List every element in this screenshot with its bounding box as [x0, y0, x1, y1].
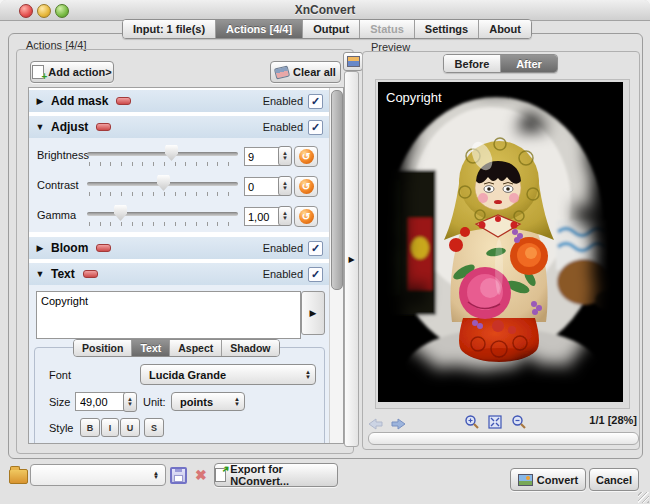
action-row-text[interactable]: ▼ Text Enabled ✓ — [29, 263, 329, 285]
progress-bar — [368, 432, 639, 445]
action-row-bloom[interactable]: ▶ Bloom Enabled ✓ — [29, 237, 329, 259]
action-list-scrollbar[interactable] — [329, 88, 343, 443]
preview-toggle-button[interactable] — [343, 52, 363, 71]
contrast-reset-button[interactable]: ↺ — [294, 176, 318, 197]
tab-input[interactable]: Input: 1 file(s) — [123, 20, 216, 38]
contrast-value-field[interactable] — [244, 177, 282, 196]
preview-image-frame: Copyright — [375, 79, 630, 409]
enabled-checkbox[interactable]: ✓ — [308, 94, 323, 109]
brightness-stepper[interactable]: ▲▼ — [278, 146, 292, 166]
tab-output[interactable]: Output — [303, 20, 360, 38]
unit-select[interactable]: points ▲▼ — [171, 392, 245, 411]
brightness-slider-thumb[interactable] — [165, 145, 178, 161]
gamma-slider-thumb[interactable] — [114, 205, 127, 221]
title-bar: XnConvert — [0, 0, 650, 21]
image-icon — [347, 56, 360, 67]
open-preset-folder-icon[interactable] — [9, 469, 28, 484]
disclosure-closed-icon[interactable]: ▶ — [29, 96, 51, 106]
enabled-checkbox[interactable]: ✓ — [308, 120, 323, 135]
export-label: Export for NConvert... — [230, 463, 337, 487]
clear-all-icon — [274, 65, 290, 79]
tab-status: Status — [360, 20, 415, 38]
subtab-position[interactable]: Position — [74, 340, 132, 356]
xnconvert-window: XnConvert Input: 1 file(s) Actions [4/4]… — [0, 0, 650, 504]
watermark-text: Copyright — [386, 90, 442, 105]
remove-action-icon[interactable] — [96, 123, 111, 131]
unit-label: Unit: — [143, 396, 166, 408]
tab-settings[interactable]: Settings — [415, 20, 479, 38]
zoom-out-icon[interactable] — [511, 414, 527, 430]
panel-splitter[interactable]: ▶ — [344, 71, 359, 447]
zoom-in-icon[interactable] — [464, 414, 480, 430]
convert-label: Convert — [537, 474, 579, 486]
add-action-button[interactable]: + Add action> — [30, 61, 114, 83]
watermark-text-input[interactable]: Copyright — [36, 291, 301, 339]
enabled-label: Enabled — [263, 268, 303, 280]
action-row-add-mask[interactable]: ▶ Add mask Enabled ✓ — [29, 90, 329, 112]
remove-action-icon[interactable] — [96, 244, 111, 252]
export-nconvert-button[interactable]: ➔ Export for NConvert... — [214, 463, 338, 487]
brightness-reset-button[interactable]: ↺ — [294, 146, 318, 167]
font-select[interactable]: Lucida Grande ▲▼ — [140, 364, 316, 385]
size-stepper[interactable]: ▲▼ — [123, 392, 137, 412]
next-image-icon[interactable] — [391, 417, 407, 431]
text-section-body: Copyright ▶ Position Text Aspect Shadow … — [29, 285, 329, 443]
preview-image: Copyright — [378, 82, 623, 402]
text-variables-button[interactable]: ▶ — [301, 291, 325, 335]
gamma-reset-button[interactable]: ↺ — [294, 206, 318, 227]
contrast-slider[interactable] — [87, 171, 238, 201]
contrast-slider-thumb[interactable] — [157, 175, 170, 191]
save-preset-icon[interactable] — [170, 467, 187, 484]
gamma-stepper[interactable]: ▲▼ — [278, 206, 292, 226]
tab-about[interactable]: About — [479, 20, 531, 38]
style-label: Style — [49, 422, 73, 434]
preset-select[interactable]: ▲▼ — [30, 464, 166, 486]
subtab-text[interactable]: Text — [132, 340, 170, 356]
enabled-checkbox[interactable]: ✓ — [308, 241, 323, 256]
disclosure-open-icon[interactable]: ▼ — [29, 122, 51, 132]
reset-icon: ↺ — [299, 149, 314, 164]
style-italic-button[interactable]: I — [101, 418, 119, 437]
gamma-slider[interactable] — [87, 201, 238, 231]
fit-to-window-icon[interactable] — [487, 414, 503, 430]
font-value: Lucida Grande — [149, 369, 226, 381]
style-strike-button[interactable]: S — [144, 418, 164, 437]
action-row-adjust[interactable]: ▼ Adjust Enabled ✓ — [29, 116, 329, 138]
style-bold-button[interactable]: B — [80, 418, 100, 437]
disclosure-open-icon[interactable]: ▼ — [29, 269, 51, 279]
style-underline-button[interactable]: U — [120, 418, 140, 437]
tab-after[interactable]: After — [501, 55, 557, 72]
add-action-icon: + — [32, 65, 44, 79]
popup-arrows-icon: ▲▼ — [153, 471, 165, 480]
window-resize-grip[interactable] — [638, 492, 649, 503]
enabled-checkbox[interactable]: ✓ — [308, 267, 323, 282]
action-name: Text — [51, 267, 75, 281]
brightness-value-field[interactable] — [244, 147, 282, 166]
gamma-value-field[interactable] — [244, 207, 282, 226]
reset-icon: ↺ — [299, 179, 314, 194]
scrollbar-thumb[interactable] — [331, 90, 343, 290]
subtab-aspect[interactable]: Aspect — [170, 340, 222, 356]
disclosure-closed-icon[interactable]: ▶ — [29, 243, 51, 253]
text-settings-group: Font Lucida Grande ▲▼ Size ▲▼ Unit: poin… — [34, 347, 325, 444]
contrast-stepper[interactable]: ▲▼ — [278, 176, 292, 196]
clear-all-button[interactable]: Clear all — [270, 61, 341, 83]
delete-preset-icon[interactable]: ✖ — [195, 467, 207, 483]
main-tab-bar: Input: 1 file(s) Actions [4/4] Output St… — [122, 19, 532, 39]
contrast-label: Contrast — [37, 179, 79, 191]
remove-action-icon[interactable] — [83, 270, 98, 278]
tab-before[interactable]: Before — [444, 55, 501, 72]
text-subtab-bar: Position Text Aspect Shadow — [73, 339, 280, 357]
convert-button[interactable]: Convert — [510, 468, 586, 491]
enabled-label: Enabled — [263, 95, 303, 107]
action-name: Bloom — [51, 241, 88, 255]
size-field[interactable] — [75, 392, 125, 411]
cancel-label: Cancel — [596, 474, 632, 486]
tab-actions[interactable]: Actions [4/4] — [216, 20, 303, 38]
page-zoom-info: 1/1 [28%] — [589, 414, 637, 426]
remove-action-icon[interactable] — [116, 97, 131, 105]
cancel-button[interactable]: Cancel — [589, 468, 639, 491]
unit-value: points — [180, 396, 213, 408]
brightness-slider[interactable] — [87, 141, 238, 171]
subtab-shadow[interactable]: Shadow — [222, 340, 278, 356]
